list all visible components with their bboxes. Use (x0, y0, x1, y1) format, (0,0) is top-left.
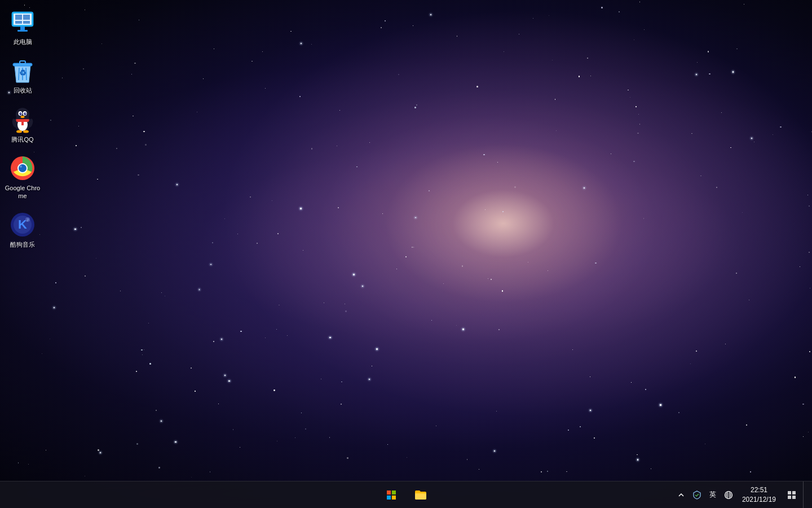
svg-rect-49 (788, 491, 791, 494)
svg-rect-52 (792, 496, 796, 499)
svg-rect-43 (392, 495, 396, 499)
computer-icon (9, 8, 36, 36)
stars-layer (0, 0, 812, 508)
svg-rect-42 (387, 495, 391, 499)
start-button[interactable] (378, 481, 405, 509)
svg-rect-40 (387, 491, 391, 494)
galaxy-background (0, 0, 812, 508)
language-label: 英 (709, 490, 716, 500)
svg-point-23 (25, 113, 26, 114)
svg-rect-51 (788, 496, 791, 499)
tray-expand-button[interactable] (674, 488, 688, 502)
clock-date: 2021/12/19 (742, 495, 776, 505)
taskbar: 英 22:51 2021/12/19 (0, 481, 812, 508)
svg-rect-26 (21, 121, 24, 125)
desktop-icon-computer[interactable]: 此电脑 (2, 6, 44, 49)
svg-rect-3 (23, 15, 30, 20)
svg-point-22 (20, 113, 21, 114)
svg-point-34 (20, 165, 22, 168)
svg-rect-7 (17, 30, 28, 32)
svg-text:♻: ♻ (19, 68, 27, 77)
svg-rect-4 (15, 21, 22, 24)
recycle-bin-icon-label: 回收站 (14, 86, 32, 94)
svg-point-33 (19, 164, 27, 172)
svg-rect-50 (792, 491, 796, 494)
taskbar-center (378, 481, 434, 509)
chrome-icon (9, 155, 36, 182)
kuwo-icon-label: 酷狗音乐 (10, 240, 35, 248)
desktop: 此电脑 ♻ 回收站 (0, 0, 812, 508)
kuwo-icon: K ♪ (9, 211, 36, 238)
desktop-icon-tencent-qq[interactable]: 腾讯QQ (2, 103, 44, 146)
svg-point-24 (21, 116, 25, 118)
svg-rect-5 (23, 21, 30, 24)
qq-icon (9, 106, 36, 133)
qq-icon-label: 腾讯QQ (11, 135, 33, 143)
recycle-bin-icon: ♻ (9, 57, 36, 84)
svg-point-28 (23, 130, 29, 133)
language-button[interactable]: 英 (706, 481, 720, 509)
svg-point-27 (16, 130, 22, 133)
file-explorer-taskbar-button[interactable] (407, 481, 434, 509)
chrome-icon-label: Google Chrome (3, 184, 42, 200)
svg-rect-2 (15, 15, 22, 20)
desktop-icons-container: 此电脑 ♻ 回收站 (0, 0, 45, 255)
taskbar-right: 英 22:51 2021/12/19 (674, 481, 812, 509)
show-desktop-button[interactable] (803, 481, 807, 509)
desktop-icon-recycle-bin[interactable]: ♻ 回收站 (2, 54, 44, 97)
network-tray-icon[interactable] (722, 488, 735, 502)
desktop-icon-google-chrome[interactable]: Google Chrome (2, 152, 44, 203)
desktop-icon-kuwo-music[interactable]: K ♪ 酷狗音乐 (2, 208, 44, 251)
svg-text:♪: ♪ (27, 217, 29, 222)
computer-icon-label: 此电脑 (14, 38, 32, 46)
notification-button[interactable] (783, 481, 801, 509)
svg-rect-41 (392, 491, 396, 494)
clock-area[interactable]: 22:51 2021/12/19 (738, 481, 780, 509)
security-tray-icon[interactable] (690, 488, 704, 502)
svg-rect-6 (20, 27, 25, 30)
svg-rect-13 (20, 61, 25, 64)
clock-time: 22:51 (751, 485, 767, 495)
